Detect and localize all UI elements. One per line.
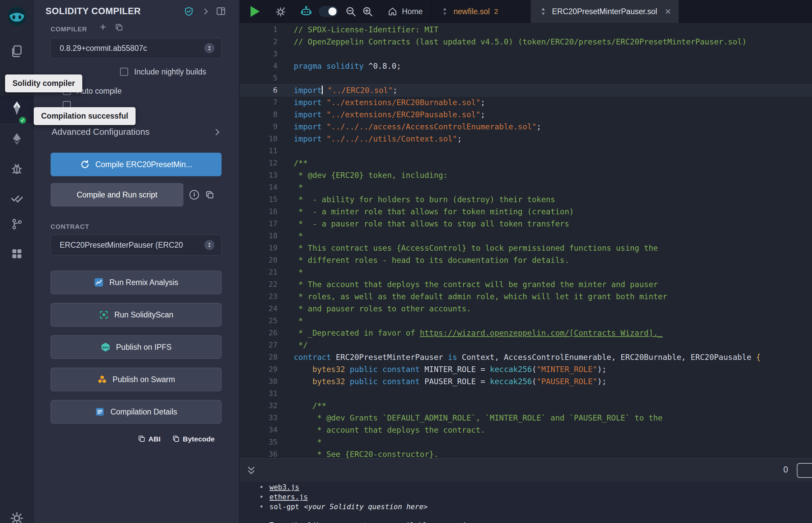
code-line[interactable]: 12/** [240, 157, 812, 169]
code-line[interactable]: 23 * roles, as well as the default admin… [240, 290, 812, 303]
code-line[interactable]: 27 */ [240, 339, 812, 351]
code-line[interactable]: 21 * [240, 266, 812, 278]
code-line[interactable]: 32 /** [240, 400, 812, 412]
library-link[interactable]: web3.js [269, 483, 299, 492]
code-line[interactable]: 7import "../extensions/ERC20Burnable.sol… [240, 96, 812, 109]
abi-copy-button[interactable]: ABI [148, 435, 160, 443]
solidity-compiler-icon[interactable]: ✓ [0, 101, 34, 116]
code-line[interactable]: 33 * @dev Grants `DEFAULT_ADMIN_ROLE`, `… [240, 412, 812, 424]
code-line[interactable]: 22 * The account that deploys the contra… [240, 278, 812, 290]
tab-home[interactable]: Home [379, 0, 431, 23]
terminal-list-item[interactable]: •web3.js [259, 483, 812, 492]
terminal-output: •web3.js•ethers.js•sol-gpt <your Solidit… [240, 482, 812, 523]
line-number: 2 [240, 36, 278, 48]
code-line[interactable]: 6import "../ERC20.sol"; [240, 84, 812, 96]
copy-script-icon[interactable] [205, 190, 214, 201]
code-line[interactable]: 4pragma solidity ^0.8.0; [240, 60, 812, 72]
chevron-right-icon[interactable] [202, 7, 210, 17]
ai-assistant-button[interactable] [300, 0, 313, 23]
bytecode-copy-button[interactable]: Bytecode [183, 435, 215, 443]
tab-newfile[interactable]: newfile.sol 2 [432, 0, 507, 23]
code-line[interactable]: 28contract ERC20PresetMinterPauser is Co… [240, 351, 812, 363]
publish-swarm-button[interactable]: Publish on Swarm [51, 368, 222, 391]
run-script-button[interactable] [250, 0, 260, 23]
line-content: * [278, 230, 303, 242]
line-content: /** [278, 157, 308, 169]
code-line[interactable]: 34 * account that deploys the contract. [240, 424, 812, 436]
remix-logo[interactable] [0, 5, 34, 27]
code-line[interactable]: 25 * [240, 315, 812, 327]
contract-select[interactable]: ERC20PresetMinterPauser (ERC20 [51, 235, 222, 255]
add-compiler-icon[interactable]: + [100, 21, 106, 33]
deploy-run-icon[interactable] [0, 132, 34, 146]
code-line[interactable]: 30 bytes32 public constant PAUSER_ROLE =… [240, 375, 812, 387]
terminal-list-item[interactable]: •ethers.js [259, 492, 812, 502]
advanced-configurations-toggle[interactable]: Advanced Configurations [52, 127, 222, 137]
terminal-search-input[interactable] [797, 463, 812, 478]
code-line[interactable]: 1// SPDX-License-Identifier: MIT [240, 23, 812, 36]
code-line[interactable]: 13 * @dev {ERC20} token, including: [240, 169, 812, 181]
static-analysis-icon[interactable] [0, 192, 34, 205]
code-line[interactable]: 5 [240, 72, 812, 84]
copy-abi-icon[interactable] [138, 435, 146, 444]
script-config-button[interactable] [275, 0, 287, 23]
line-number: 5 [240, 72, 278, 84]
code-line[interactable]: 10import "../../../utils/Context.sol"; [240, 133, 812, 145]
plugin-manager-icon[interactable] [0, 247, 34, 260]
info-icon[interactable]: i [190, 190, 199, 199]
close-tab-icon[interactable]: × [665, 6, 671, 17]
copy-version-icon[interactable] [114, 23, 123, 33]
run-solidityscan-button[interactable]: Run SolidityScan [51, 303, 222, 327]
publish-ipfs-button[interactable]: IPFS Publish on IPFS [51, 335, 222, 359]
code-line[interactable]: 31 [240, 387, 812, 400]
line-content [278, 72, 294, 84]
code-line[interactable]: 24 * and pauser roles to other accounts. [240, 303, 812, 315]
run-remix-analysis-button[interactable]: Run Remix Analysis [51, 271, 222, 294]
code-line[interactable]: 2// OpenZeppelin Contracts (last updated… [240, 36, 812, 48]
code-editor[interactable]: 1// SPDX-License-Identifier: MIT2// Open… [240, 23, 812, 458]
line-number: 30 [240, 375, 278, 387]
contract-select-value: ERC20PresetMinterPauser (ERC20 [60, 240, 204, 250]
copy-bytecode-icon[interactable] [172, 435, 180, 444]
git-icon[interactable] [0, 218, 34, 231]
include-nightly-checkbox[interactable] [120, 68, 128, 76]
line-content: import "../../../access/AccessControlEnu… [278, 121, 541, 133]
code-line[interactable]: 26 * _Deprecated in favor of https://wiz… [240, 327, 812, 339]
code-line[interactable]: 19 * This contract uses {AccessControl} … [240, 242, 812, 254]
settings-gear-icon[interactable] [0, 511, 34, 523]
compiler-version-select[interactable]: 0.8.29+commit.ab55807c [51, 38, 222, 58]
zoom-out-button[interactable] [345, 0, 356, 23]
chevron-right-icon [213, 128, 222, 137]
library-link[interactable]: ethers.js [269, 492, 308, 502]
code-line[interactable]: 9import "../../../access/AccessControlEn… [240, 121, 812, 133]
line-number: 24 [240, 303, 278, 315]
compilation-details-button[interactable]: Compilation Details [51, 400, 222, 423]
code-line[interactable]: 16 * - a minter role that allows for tok… [240, 205, 812, 218]
code-line[interactable]: 15 * - ability for holders to burn (dest… [240, 194, 812, 205]
code-line[interactable]: 36 * See {ERC20-constructor}. [240, 448, 812, 458]
line-content [278, 48, 294, 60]
code-line[interactable]: 29 bytes32 public constant MINTER_ROLE =… [240, 363, 812, 375]
compile-button[interactable]: Compile ERC20PresetMin... [51, 152, 222, 176]
line-content: bytes32 public constant PAUSER_ROLE = ke… [278, 375, 607, 387]
code-line[interactable]: 18 * [240, 230, 812, 242]
code-line[interactable]: 17 * - a pauser role that allows to stop… [240, 218, 812, 230]
debugger-icon[interactable] [0, 162, 34, 175]
code-line[interactable]: 35 * [240, 436, 812, 448]
file-explorer-icon[interactable] [0, 44, 34, 58]
copilot-toggle[interactable] [319, 0, 338, 23]
tab-erc20presetminterpauser[interactable]: ERC20PresetMinterPauser.sol × [531, 0, 679, 23]
code-line[interactable]: 20 * different roles - head to its docum… [240, 254, 812, 266]
pin-panel-icon[interactable] [216, 6, 226, 18]
terminal-expand-button[interactable] [246, 458, 257, 482]
publish-swarm-label: Publish on Swarm [113, 375, 175, 384]
code-line[interactable]: 8import "../extensions/ERC20Pausable.sol… [240, 109, 812, 121]
line-number: 10 [240, 133, 278, 145]
zoom-in-button[interactable] [362, 0, 373, 23]
code-line[interactable]: 14 * [240, 181, 812, 194]
compile-and-run-button[interactable]: Compile and Run script [51, 183, 183, 206]
terminal-list-item[interactable]: •sol-gpt <your Solidity question here> [259, 502, 812, 512]
code-line[interactable]: 3 [240, 48, 812, 60]
code-line[interactable]: 11 [240, 145, 812, 157]
line-content: import "../ERC20.sol"; [278, 84, 398, 96]
